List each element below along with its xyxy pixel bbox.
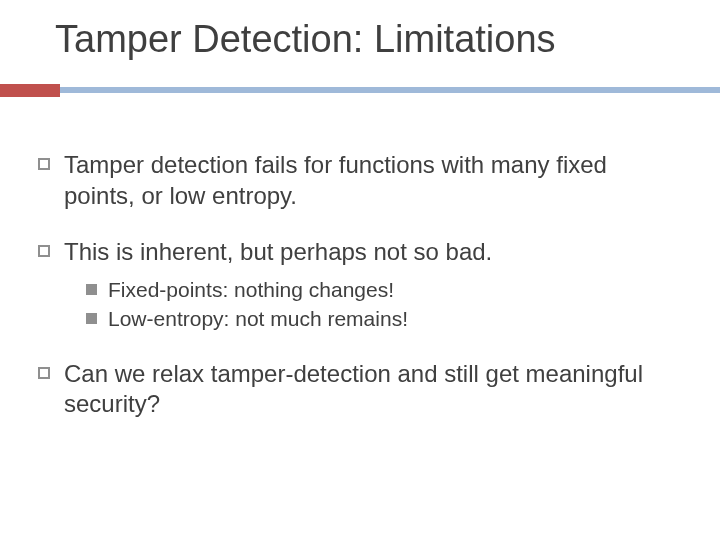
bullet-hollow-icon [38,367,50,379]
body-content: Tamper detection fails for functions wit… [38,150,678,446]
list-item-text: Can we relax tamper-detection and still … [64,359,678,420]
list-item: Can we relax tamper-detection and still … [38,359,678,420]
list-item-text: Low-entropy: not much remains! [108,305,678,332]
list-item-text: This is inherent, but perhaps not so bad… [64,237,678,268]
list-item: Tamper detection fails for functions wit… [38,150,678,211]
list-item-text: Tamper detection fails for functions wit… [64,150,678,211]
list-item: Fixed-points: nothing changes! [86,276,678,303]
bullet-solid-icon [86,313,97,324]
sub-list: Fixed-points: nothing changes! Low-entro… [86,276,678,333]
slide-title: Tamper Detection: Limitations [55,18,556,61]
accent-bar-orange [0,84,60,97]
list-item: Low-entropy: not much remains! [86,305,678,332]
bullet-hollow-icon [38,245,50,257]
bullet-solid-icon [86,284,97,295]
slide: Tamper Detection: Limitations Tamper det… [0,0,720,540]
bullet-hollow-icon [38,158,50,170]
list-item-text: Fixed-points: nothing changes! [108,276,678,303]
list-item: This is inherent, but perhaps not so bad… [38,237,678,268]
accent-bar-blue [60,87,720,93]
